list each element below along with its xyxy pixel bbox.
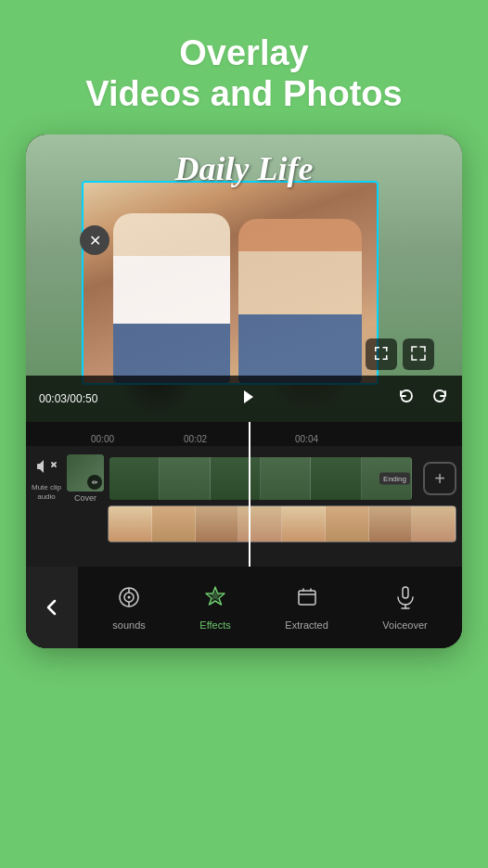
undo-button[interactable]	[397, 388, 416, 411]
voiceover-icon	[393, 585, 417, 615]
svg-rect-1	[375, 347, 377, 351]
extracted-icon	[295, 585, 319, 615]
svg-point-13	[128, 595, 131, 598]
overlay-track-row	[26, 504, 462, 544]
sounds-label: sounds	[112, 619, 145, 631]
video-preview: Daily Life ✕	[26, 134, 462, 422]
cover-thumbnail: ✏	[67, 454, 104, 491]
resize-button[interactable]	[366, 338, 397, 370]
timeline-ruler: 00:00 00:02 00:04	[26, 422, 462, 446]
fullscreen-icon	[411, 346, 426, 364]
page-title: Overlay Videos and Photos	[85, 33, 402, 114]
main-track-row: Mute clipaudio ✏ Cover	[26, 453, 462, 504]
fullscreen-button[interactable]	[403, 338, 434, 370]
cover-label: Cover	[74, 493, 96, 503]
playback-bar: 00:03/00:50	[26, 376, 462, 422]
overlay-filmstrip[interactable]	[108, 505, 456, 542]
mute-label: Mute clipaudio	[32, 483, 61, 501]
bottom-toolbar: sounds Effects	[26, 567, 462, 648]
add-clip-button[interactable]: +	[423, 462, 456, 495]
effects-tool[interactable]: Effects	[190, 580, 239, 636]
back-button[interactable]	[26, 567, 78, 648]
main-video-track[interactable]: Ending	[109, 455, 412, 502]
ruler-mark-2: 00:04	[295, 434, 318, 444]
svg-rect-18	[299, 591, 315, 605]
video-filmstrip: Ending	[109, 457, 412, 500]
timeline-playhead-ruler	[249, 422, 250, 446]
sounds-icon	[117, 585, 141, 615]
mute-icon	[36, 456, 57, 481]
play-button[interactable]	[238, 388, 257, 411]
svg-marker-8	[244, 390, 253, 403]
app-container: Daily Life ✕	[26, 134, 462, 648]
extracted-tool[interactable]: Extracted	[276, 580, 337, 636]
ruler-mark-1: 00:02	[184, 434, 207, 444]
svg-rect-19	[403, 587, 408, 598]
ending-badge: Ending	[379, 473, 410, 485]
ruler-mark-0: 00:00	[91, 434, 114, 444]
resize-icon	[374, 346, 389, 364]
svg-rect-5	[375, 355, 377, 360]
timeline-tracks: Mute clipaudio ✏ Cover	[26, 446, 462, 567]
voiceover-tool[interactable]: Voiceover	[373, 580, 436, 636]
close-icon: ✕	[89, 232, 101, 249]
add-icon: +	[434, 468, 445, 490]
svg-rect-3	[386, 347, 388, 351]
tool-items: sounds Effects	[78, 580, 462, 636]
voiceover-label: Voiceover	[382, 619, 427, 631]
svg-rect-7	[386, 355, 388, 360]
effects-label: Effects	[199, 619, 230, 631]
time-display: 00:03/00:50	[39, 392, 97, 405]
cover-button[interactable]: ✏ Cover	[67, 454, 104, 503]
redo-button[interactable]	[430, 388, 449, 411]
effects-icon	[203, 585, 227, 615]
timeline-area: 00:00 00:02 00:04	[26, 422, 462, 567]
overlay-photo-content	[83, 183, 377, 383]
overlay-photo[interactable]	[82, 181, 379, 385]
mute-button[interactable]: Mute clipaudio	[32, 456, 61, 501]
extracted-label: Extracted	[285, 619, 327, 631]
sounds-tool[interactable]: sounds	[103, 580, 154, 636]
